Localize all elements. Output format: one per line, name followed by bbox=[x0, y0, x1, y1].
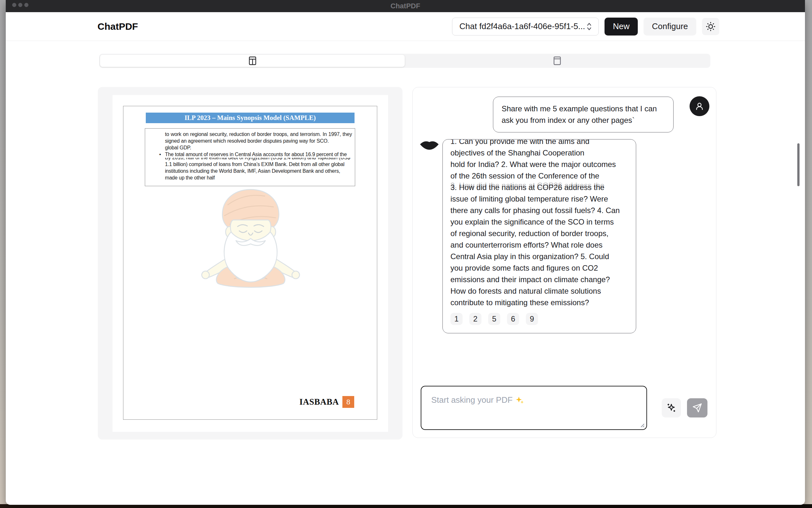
theme-toggle-button[interactable] bbox=[702, 18, 719, 35]
chat-selector-value: Chat fd2f4a6a-1a6f-406e-95f1-5... bbox=[460, 22, 585, 31]
pdf-paragraph: to work on regional security, reduction … bbox=[165, 131, 352, 144]
pdf-viewer[interactable]: ILP 2023 – Mains Synopsis Model (SAMPLE)… bbox=[112, 95, 388, 432]
page-reference-badge[interactable]: 6 bbox=[507, 313, 519, 325]
page-reference-badges: 1 2 5 6 9 bbox=[450, 313, 628, 325]
pdf-page-footer: IASBABA 8 bbox=[299, 396, 354, 408]
user-message: Share with me 5 example questions that I… bbox=[493, 97, 674, 132]
pdf-text-box: to work on regional security, reduction … bbox=[145, 128, 355, 186]
user-avatar bbox=[689, 96, 709, 116]
eye-logo-icon bbox=[420, 139, 439, 150]
app-logo: ChatPDF bbox=[97, 21, 138, 32]
configure-button[interactable]: Configure bbox=[643, 17, 696, 36]
page-reference-badge[interactable]: 2 bbox=[469, 313, 481, 325]
tab-split-view[interactable] bbox=[100, 55, 405, 67]
sun-icon bbox=[706, 22, 716, 32]
pdf-bullet-item: • The total amount of reserves in Centra… bbox=[165, 151, 352, 158]
window-scrollbar[interactable] bbox=[797, 143, 800, 186]
chat-selector[interactable]: Chat fd2f4a6a-1a6f-406e-95f1-5... bbox=[452, 17, 599, 36]
pdf-brand: IASBABA bbox=[299, 397, 339, 407]
desktop-background: ChatPDF ChatPDF Chat fd2f4a6a-1a6f-406e-… bbox=[0, 0, 812, 508]
view-mode-tabs bbox=[99, 54, 710, 68]
app-header: ChatPDF Chat fd2f4a6a-1a6f-406e-95f1-5..… bbox=[6, 12, 805, 41]
send-button[interactable] bbox=[687, 398, 708, 418]
pdf-page: ILP 2023 – Mains Synopsis Model (SAMPLE)… bbox=[123, 106, 377, 420]
chevron-up-down-icon bbox=[585, 22, 593, 31]
chat-input[interactable]: Start asking your PDF bbox=[421, 386, 647, 430]
pdf-bullet-item: • By 2010, half of the external debt of … bbox=[165, 158, 352, 181]
chat-view-icon bbox=[552, 56, 562, 66]
paper-plane-icon bbox=[692, 403, 702, 413]
split-view-icon bbox=[247, 56, 258, 66]
chat-panel: Share with me 5 example questions that I… bbox=[413, 87, 716, 438]
assistant-avatar bbox=[420, 139, 439, 150]
sparkles-icon bbox=[666, 403, 677, 413]
pdf-title-banner: ILP 2023 – Mains Synopsis Model (SAMPLE) bbox=[146, 113, 354, 123]
window-title: ChatPDF bbox=[6, 0, 805, 12]
pdf-panel: ILP 2023 – Mains Synopsis Model (SAMPLE)… bbox=[98, 87, 402, 439]
person-icon bbox=[695, 101, 704, 111]
page-reference-badge[interactable]: 9 bbox=[526, 313, 538, 325]
page-reference-badge[interactable]: 1 bbox=[450, 313, 463, 325]
app-window: ChatPDF ChatPDF Chat fd2f4a6a-1a6f-406e-… bbox=[6, 0, 805, 505]
tab-chat-view[interactable] bbox=[405, 55, 709, 67]
assistant-message: 1. Can you provide me with the aims and … bbox=[442, 139, 636, 333]
chat-textarea[interactable] bbox=[421, 386, 647, 429]
assistant-message-text: 1. Can you provide me with the aims and … bbox=[450, 139, 628, 308]
suggest-questions-button[interactable] bbox=[662, 398, 681, 418]
pdf-paragraph: global GDP. bbox=[165, 144, 352, 151]
page-reference-badge[interactable]: 5 bbox=[488, 313, 500, 325]
window-titlebar: ChatPDF bbox=[6, 0, 805, 12]
pdf-page-number: 8 bbox=[342, 396, 354, 408]
meditating-yogi-illustration bbox=[196, 186, 305, 292]
resize-handle[interactable] bbox=[639, 422, 645, 428]
new-chat-button[interactable]: New bbox=[605, 17, 638, 36]
